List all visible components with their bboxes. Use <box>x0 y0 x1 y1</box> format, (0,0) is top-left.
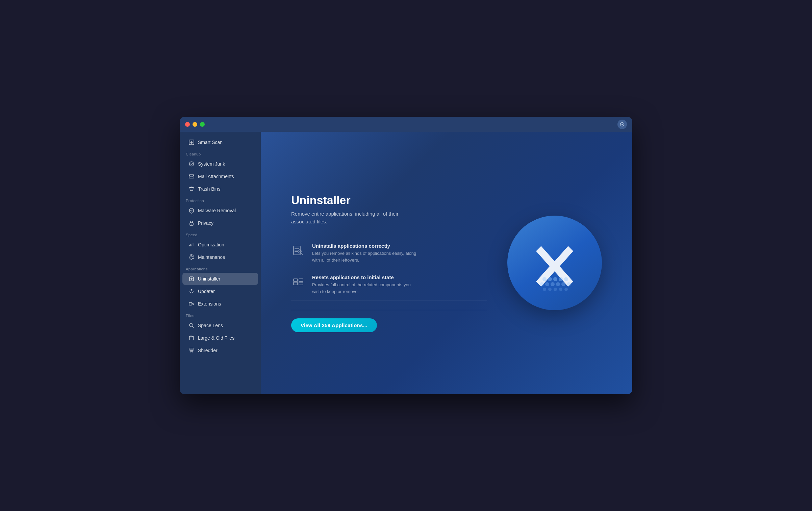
sidebar-item-smart-scan[interactable]: Smart Scan <box>182 136 258 148</box>
svg-point-20 <box>553 277 557 281</box>
svg-point-26 <box>556 282 560 286</box>
svg-point-27 <box>561 282 565 286</box>
space-lens-icon <box>188 322 195 328</box>
maintenance-label: Maintenance <box>198 254 225 260</box>
title-bar <box>180 117 632 132</box>
content-right <box>507 216 602 310</box>
trash-bins-label: Trash Bins <box>198 186 220 192</box>
uninstaller-label: Uninstaller <box>198 276 220 282</box>
malware-removal-icon <box>188 208 195 214</box>
smart-scan-icon <box>188 139 195 145</box>
optimization-label: Optimization <box>198 242 224 247</box>
large-old-files-label: Large & Old Files <box>198 335 234 341</box>
svg-point-33 <box>564 288 568 291</box>
svg-point-28 <box>567 282 571 286</box>
sidebar-item-maintenance[interactable]: Maintenance <box>182 251 258 263</box>
svg-point-19 <box>548 277 552 281</box>
sidebar-item-mail-attachments[interactable]: Mail Attachments <box>182 170 258 182</box>
updater-icon <box>188 288 195 294</box>
sidebar-item-uninstaller[interactable]: Uninstaller <box>182 273 258 285</box>
large-old-files-icon <box>188 335 195 341</box>
sidebar: Smart Scan Cleanup System Junk <box>180 132 261 394</box>
content-left: Uninstaller Remove entire applications, … <box>291 194 487 332</box>
privacy-icon <box>188 220 195 226</box>
app-content: Smart Scan Cleanup System Junk <box>180 132 632 394</box>
view-all-apps-button[interactable]: View All 259 Applications... <box>291 318 377 332</box>
sidebar-item-large-old-files[interactable]: Large & Old Files <box>182 332 258 344</box>
shredder-label: Shredder <box>198 348 218 353</box>
mail-attachments-icon <box>188 173 195 179</box>
resets-icon <box>291 274 306 289</box>
svg-rect-11 <box>190 348 193 349</box>
svg-point-31 <box>554 288 557 291</box>
svg-rect-14 <box>294 279 298 282</box>
svg-point-18 <box>542 277 547 281</box>
minimize-button[interactable] <box>193 122 197 127</box>
svg-point-32 <box>559 288 562 291</box>
content-area: Uninstaller Remove entire applications, … <box>291 194 602 332</box>
feature-item-2: Resets applications to initial state Pro… <box>291 269 487 300</box>
svg-rect-8 <box>189 302 192 305</box>
sidebar-item-extensions[interactable]: Extensions <box>182 298 258 310</box>
sidebar-item-updater[interactable]: Updater <box>182 285 258 297</box>
updater-label: Updater <box>198 289 215 294</box>
svg-point-21 <box>559 277 563 281</box>
close-button[interactable] <box>185 122 190 127</box>
sidebar-item-trash-bins[interactable]: Trash Bins <box>182 183 258 195</box>
app-icon <box>507 216 602 310</box>
svg-point-1 <box>621 124 623 125</box>
uninstaller-icon <box>188 276 195 282</box>
smart-scan-label: Smart Scan <box>198 140 223 145</box>
malware-removal-label: Malware Removal <box>198 208 236 213</box>
svg-rect-4 <box>189 175 194 178</box>
svg-rect-15 <box>294 282 298 285</box>
sidebar-item-optimization[interactable]: Optimization <box>182 239 258 251</box>
svg-point-22 <box>564 277 568 281</box>
svg-point-25 <box>551 282 555 286</box>
cleanup-section-label: Cleanup <box>180 149 261 157</box>
feature-text-1: Uninstalls applications correctly Lets y… <box>312 243 420 263</box>
trash-bins-icon <box>188 186 195 192</box>
feature-desc-1: Lets you remove all kinds of application… <box>312 250 420 263</box>
settings-button[interactable] <box>617 120 627 129</box>
uninstalls-icon <box>291 243 306 258</box>
system-junk-icon <box>188 161 195 167</box>
feature-title-1: Uninstalls applications correctly <box>312 243 420 249</box>
svg-rect-16 <box>299 279 303 282</box>
sidebar-item-privacy[interactable]: Privacy <box>182 217 258 229</box>
svg-rect-12 <box>294 246 300 255</box>
page-title: Uninstaller <box>291 194 487 207</box>
extensions-icon <box>188 301 195 307</box>
feature-item-1: Uninstalls applications correctly Lets y… <box>291 238 487 269</box>
feature-text-2: Resets applications to initial state Pro… <box>312 274 420 295</box>
speed-section-label: Speed <box>180 229 261 238</box>
optimization-icon <box>188 242 195 248</box>
sidebar-item-system-junk[interactable]: System Junk <box>182 158 258 170</box>
mail-attachments-label: Mail Attachments <box>198 174 234 179</box>
svg-point-29 <box>543 288 546 291</box>
sidebar-item-malware-removal[interactable]: Malware Removal <box>182 204 258 217</box>
feature-title-2: Resets applications to initial state <box>312 274 420 280</box>
files-section-label: Files <box>180 310 261 319</box>
maintenance-icon <box>188 254 195 260</box>
system-junk-label: System Junk <box>198 161 225 167</box>
feature-desc-2: Provides full control of the related com… <box>312 282 420 295</box>
svg-point-24 <box>545 282 549 286</box>
divider <box>291 310 487 310</box>
extensions-label: Extensions <box>198 301 221 307</box>
main-content: Uninstaller Remove entire applications, … <box>261 132 632 394</box>
applications-section-label: Applications <box>180 264 261 272</box>
privacy-label: Privacy <box>198 220 213 226</box>
traffic-lights <box>185 122 205 127</box>
app-window: Smart Scan Cleanup System Junk <box>180 117 632 394</box>
protection-section-label: Protection <box>180 195 261 204</box>
space-lens-label: Space Lens <box>198 323 223 328</box>
sidebar-item-space-lens[interactable]: Space Lens <box>182 319 258 332</box>
maximize-button[interactable] <box>200 122 205 127</box>
svg-point-30 <box>548 288 552 291</box>
svg-point-23 <box>540 282 544 286</box>
feature-list: Uninstalls applications correctly Lets y… <box>291 238 487 300</box>
svg-point-6 <box>191 224 192 224</box>
svg-rect-17 <box>299 282 303 285</box>
sidebar-item-shredder[interactable]: Shredder <box>182 344 258 357</box>
